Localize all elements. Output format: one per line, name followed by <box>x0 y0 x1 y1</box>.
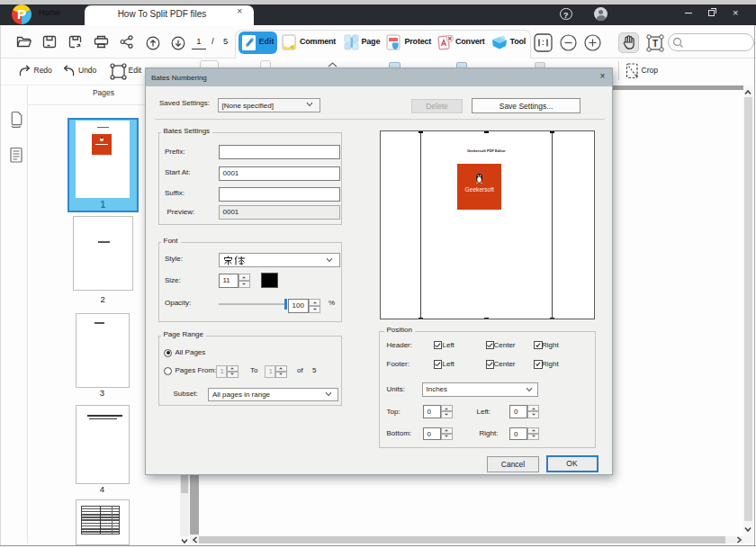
svg-text:T: T <box>652 39 658 49</box>
